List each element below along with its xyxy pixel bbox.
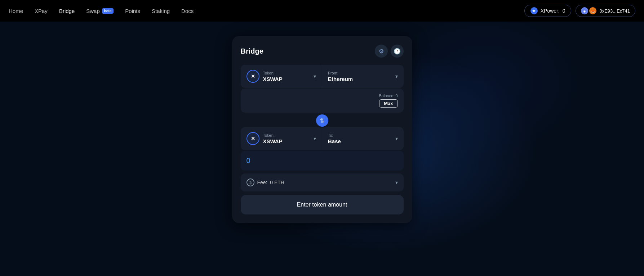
nav-swap-wrap[interactable]: Swap beta [86,8,114,14]
token-chevron-from: ▾ [314,73,316,79]
fee-text: Fee: 0 ETH [257,180,395,185]
beta-badge: beta [102,8,114,14]
xpower-button[interactable]: ★ XPower: 0 [524,5,572,17]
eth-icon: ◈ [581,7,588,14]
from-chain-label: From: [328,71,353,75]
nav-right: ★ XPower: 0 ◈ 🦊 0xE93...Ec741 [524,5,635,17]
swap-direction-wrap: ⇅ [241,113,404,128]
swap-direction-button[interactable]: ⇅ [315,113,329,128]
chain-info-from: From: Ethereum [328,71,353,82]
token-name-to: XSWAP [263,138,283,144]
card-title: Bridge [241,47,263,55]
bridge-card: Bridge ⚙ 🕐 Token: XSWAP ▾ [232,36,412,223]
chain-info-to: To: Base [328,133,341,144]
nav-bridge[interactable]: Bridge [59,8,75,14]
token-info-to: Token: XSWAP [263,133,283,144]
xswap-token-icon-from [247,70,259,83]
navbar: Home XPay Bridge Swap beta Points Stakin… [0,0,644,22]
nav-xpay[interactable]: XPay [35,8,48,14]
xpower-value: 0 [563,8,565,14]
settings-icon: ⚙ [379,48,384,55]
output-amount: 0 [247,157,250,164]
nav-swap[interactable]: Swap [86,8,100,14]
balance-text: Balance: 0 [379,94,398,98]
history-icon: 🕐 [394,48,401,55]
token-chevron-to: ▾ [314,136,316,141]
nav-links: Home XPay Bridge Swap beta Points Stakin… [9,8,194,14]
chain-chevron-from: ▾ [395,73,398,79]
from-chain-name: Ethereum [328,76,353,82]
wallet-icons: ◈ 🦊 [581,7,596,14]
token-label-to: Token: [263,133,283,137]
card-actions: ⚙ 🕐 [375,45,404,58]
swap-direction-icon: ⇅ [320,117,324,124]
submit-button[interactable]: Enter token amount [241,195,404,214]
xpower-icon: ★ [530,7,538,14]
token-name-from: XSWAP [263,76,283,82]
wallet-address: 0xE93...Ec741 [599,8,630,14]
chain-chevron-to: ▾ [395,136,398,141]
wallet-button[interactable]: ◈ 🦊 0xE93...Ec741 [576,5,635,17]
from-token-row: Token: XSWAP ▾ From: Ethereum ▾ [241,65,404,88]
card-header: Bridge ⚙ 🕐 [241,45,404,58]
output-row: 0 [241,151,404,171]
nav-docs[interactable]: Docs [181,8,194,14]
nav-home[interactable]: Home [9,8,23,14]
max-button[interactable]: Max [379,99,397,108]
fee-icon: ◎ [247,178,254,186]
balance-max: Balance: 0 Max [379,94,398,108]
token-info-from: Token: XSWAP [263,71,283,82]
amount-row: 0 Balance: 0 Max [241,89,404,113]
history-button[interactable]: 🕐 [391,45,404,58]
main-content: Bridge ⚙ 🕐 Token: XSWAP ▾ [0,22,644,223]
token-label-from: Token: [263,71,283,75]
fee-row[interactable]: ◎ Fee: 0 ETH ▾ [241,173,404,191]
token-selector-to[interactable]: Token: XSWAP ▾ [241,127,323,150]
nav-points[interactable]: Points [125,8,140,14]
fee-chevron: ▾ [395,180,398,185]
token-selector-from[interactable]: Token: XSWAP ▾ [241,65,323,88]
nav-staking[interactable]: Staking [152,8,170,14]
chain-selector-from[interactable]: From: Ethereum ▾ [322,65,404,88]
amount-input[interactable]: 0 [247,96,319,105]
settings-button[interactable]: ⚙ [375,45,388,58]
to-token-row: Token: XSWAP ▾ To: Base ▾ [241,127,404,150]
xswap-token-icon-to [247,132,259,145]
xpower-label: XPower: [541,8,560,14]
chain-selector-to[interactable]: To: Base ▾ [322,127,404,150]
fox-icon: 🦊 [589,7,596,14]
to-chain-name: Base [328,138,341,144]
to-chain-label: To: [328,133,341,137]
